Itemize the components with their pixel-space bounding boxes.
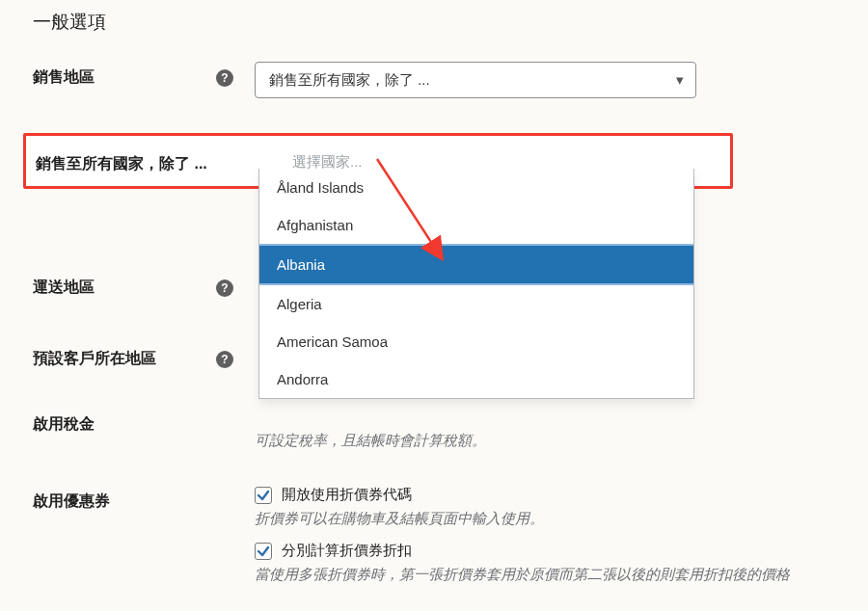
help-icon[interactable]: ? <box>216 69 233 87</box>
row-tax: 啟用稅金 可設定稅率，且結帳時會計算稅額。 <box>33 414 868 453</box>
checkbox-icon[interactable] <box>255 543 272 560</box>
row-selling-region: 銷售地區 ? 銷售至所有國家，除了 ... ▾ <box>33 62 868 100</box>
label-text: 啟用稅金 <box>33 414 95 435</box>
dropdown-option[interactable]: Åland Islands <box>259 169 693 206</box>
dropdown-option[interactable]: Andorra <box>259 360 693 398</box>
coupon-opt1-label: 開放使用折價券代碼 <box>282 486 412 504</box>
coupon-opt1[interactable]: 開放使用折價券代碼 <box>255 486 868 504</box>
coupon-opt2[interactable]: 分別計算折價券折扣 <box>255 542 868 560</box>
coupon-opt1-note: 折價券可以在購物車及結帳頁面中輸入使用。 <box>255 510 868 528</box>
label-coupons: 啟用優惠券 <box>33 486 255 512</box>
label-text: 銷售至所有國家，除了 ... <box>36 154 207 174</box>
checkbox-icon[interactable] <box>255 487 272 504</box>
help-icon[interactable]: ? <box>216 279 233 297</box>
control-selling-region: 銷售至所有國家，除了 ... ▾ <box>255 62 868 98</box>
label-exclude-countries: 銷售至所有國家，除了 ... <box>30 148 283 174</box>
control-tax: 可設定稅率，且結帳時會計算稅額。 <box>255 414 868 450</box>
label-default-location: 預設客戶所在地區 ? <box>33 343 255 369</box>
row-coupons: 啟用優惠券 開放使用折價券代碼 折價券可以在購物車及結帳頁面中輸入使用。 <box>33 486 868 584</box>
label-selling-region: 銷售地區 ? <box>33 62 255 88</box>
label-tax: 啟用稅金 <box>33 414 255 435</box>
control-coupons: 開放使用折價券代碼 折價券可以在購物車及結帳頁面中輸入使用。 分別計算折價券折扣… <box>255 486 868 584</box>
chevron-down-icon: ▾ <box>676 71 684 89</box>
tax-note: 可設定稅率，且結帳時會計算稅額。 <box>255 432 868 450</box>
dropdown-option[interactable]: Algeria <box>259 285 693 323</box>
label-text: 啟用優惠券 <box>33 491 110 512</box>
coupon-opt2-note: 當使用多張折價券時，第一張折價券套用於原價而第二張以後的則套用折扣後的價格 <box>255 566 868 584</box>
dropdown-option[interactable]: American Samoa <box>259 323 693 360</box>
section-title: 一般選項 <box>33 10 868 35</box>
label-text: 運送地區 <box>33 278 95 298</box>
help-icon[interactable]: ? <box>216 351 233 368</box>
selling-region-select[interactable]: 銷售至所有國家，除了 ... ▾ <box>255 62 696 98</box>
dropdown-option[interactable]: Afghanistan <box>259 206 693 244</box>
label-shipping-region: 運送地區 ? <box>33 272 255 298</box>
country-dropdown[interactable]: Åland IslandsAfghanistanAlbaniaAlgeriaAm… <box>258 169 694 399</box>
coupon-opt2-label: 分別計算折價券折扣 <box>282 542 412 560</box>
select-value: 銷售至所有國家，除了 ... <box>269 71 430 90</box>
label-text: 銷售地區 <box>33 67 95 88</box>
dropdown-option[interactable]: Albania <box>259 244 693 285</box>
label-text: 預設客戶所在地區 <box>33 349 156 369</box>
